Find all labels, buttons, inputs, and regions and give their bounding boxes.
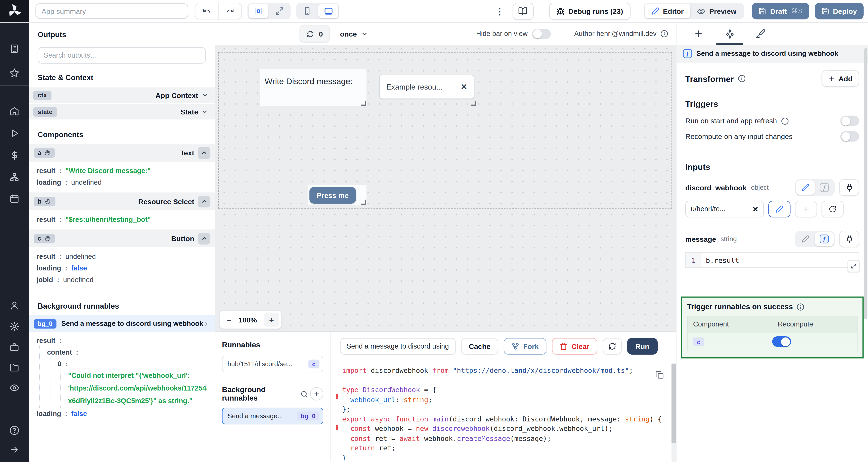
gear-icon[interactable] — [0, 322, 29, 331]
cache-button[interactable]: Cache — [461, 338, 498, 355]
connect-input-button[interactable] — [839, 231, 859, 248]
panel-scrollbar[interactable] — [864, 48, 868, 319]
state-row[interactable]: state State — [29, 104, 215, 120]
zoom-in-button[interactable]: + — [264, 312, 279, 327]
app-canvas[interactable]: Write Discord message: Example resou... … — [215, 45, 676, 331]
hierarchy-icon[interactable] — [0, 172, 29, 182]
reload-button[interactable] — [603, 338, 622, 355]
star-icon[interactable] — [0, 68, 29, 78]
refresh-count-button[interactable]: 0 — [300, 25, 330, 42]
docs-button[interactable] — [513, 2, 533, 20]
eye-icon[interactable] — [0, 383, 29, 393]
add-resource-button[interactable] — [795, 201, 817, 218]
debug-runs-button[interactable]: Debug runs (23) — [549, 2, 630, 20]
resize-handle[interactable] — [361, 200, 366, 205]
refresh-mode-dropdown[interactable]: once — [340, 30, 368, 38]
redo-button[interactable] — [218, 3, 242, 19]
tab-styling[interactable] — [745, 23, 776, 45]
dollar-icon[interactable] — [0, 151, 29, 160]
expand-icon — [851, 263, 857, 269]
paintbrush-icon — [756, 29, 766, 39]
deploy-button[interactable]: Deploy — [815, 3, 864, 20]
tab-editor[interactable]: Editor — [645, 4, 690, 18]
static-mode-button[interactable] — [796, 232, 815, 246]
run-button[interactable]: Run — [627, 338, 658, 355]
recompute-toggle-c[interactable] — [772, 336, 791, 347]
connect-input-button[interactable] — [839, 179, 859, 196]
fork-button[interactable]: Fork — [504, 338, 547, 355]
run-on-start-toggle[interactable] — [840, 116, 859, 126]
collapse-button[interactable] — [198, 196, 210, 207]
component-props: result:"$res:u/henri/testing_bot" — [29, 209, 215, 230]
component-output-b: bResource Selectresult:"$res:u/henri/tes… — [29, 193, 215, 230]
resize-handle[interactable] — [471, 101, 476, 106]
component-header-a[interactable]: aText — [29, 144, 215, 161]
component-header-c[interactable]: cButton — [29, 230, 215, 247]
clear-button[interactable]: Clear — [552, 338, 597, 355]
code-editor[interactable]: import discordwebhook from "https://deno… — [331, 363, 672, 462]
briefcase-icon[interactable] — [0, 342, 29, 352]
help-icon[interactable] — [0, 425, 29, 435]
expression-mode-button[interactable]: f — [815, 232, 834, 246]
expand-editor-button[interactable] — [847, 260, 860, 272]
play-icon[interactable] — [0, 128, 29, 138]
tab-insert-component[interactable] — [683, 23, 714, 45]
search-outputs-input[interactable] — [38, 47, 206, 64]
code-scrollbar[interactable] — [672, 363, 676, 462]
static-mode-button[interactable] — [796, 180, 815, 195]
state-context-title: State & Context — [29, 73, 215, 82]
trash-icon — [560, 342, 568, 350]
selected-runnable-header[interactable]: f Send a message to discord using webhoo… — [677, 45, 868, 62]
canvas-toolbar: 0 once Hide bar on view Author henri@win… — [215, 23, 676, 45]
resource-select-component[interactable]: Example resou... ✕ — [377, 69, 476, 106]
hide-bar-toggle[interactable] — [532, 29, 551, 39]
app-summary-input[interactable] — [35, 3, 188, 19]
collapse-button[interactable] — [198, 233, 210, 244]
fullscreen-button[interactable] — [270, 4, 289, 18]
building-icon[interactable] — [0, 44, 29, 54]
expression-mode-button[interactable]: f — [815, 180, 834, 195]
folder-icon[interactable] — [0, 362, 29, 372]
component-header-b[interactable]: bResource Select — [29, 193, 215, 210]
expression-value[interactable]: b.result — [702, 253, 859, 267]
resource-picker[interactable]: u/henri/te... ✕ — [685, 201, 764, 218]
collapse-button[interactable] — [198, 147, 210, 158]
search-icon[interactable] — [301, 390, 308, 398]
draft-button[interactable]: Draft⌘S — [752, 3, 809, 20]
expression-editor[interactable]: 1 b.result — [685, 252, 859, 268]
edit-resource-button[interactable] — [768, 201, 790, 218]
refresh-resource-button[interactable] — [822, 201, 844, 218]
recompute-toggle[interactable] — [840, 131, 859, 141]
user-icon[interactable] — [0, 300, 29, 310]
bg-runnable-header[interactable]: bg_0 Send a message to discord using web… — [29, 315, 215, 332]
center-align-button[interactable] — [249, 4, 269, 18]
ctx-row[interactable]: ctx App Context — [29, 87, 215, 103]
mobile-view-button[interactable] — [297, 4, 317, 18]
resize-handle[interactable] — [361, 101, 366, 106]
press-me-button[interactable]: Press me — [309, 187, 356, 204]
add-transformer-button[interactable]: Add — [822, 70, 859, 87]
text-component[interactable]: Write Discord message: — [259, 69, 367, 106]
button-component[interactable]: Press me — [308, 185, 367, 205]
home-icon[interactable] — [0, 106, 29, 116]
runnable-item[interactable]: hub/1511/discord/se... c — [222, 356, 323, 372]
clear-resource-button[interactable]: ✕ — [752, 205, 758, 213]
zoom-out-button[interactable]: − — [226, 315, 231, 325]
copy-code-button[interactable] — [655, 371, 664, 379]
device-group — [296, 3, 339, 20]
redo-icon — [226, 7, 234, 15]
undo-button[interactable] — [195, 3, 218, 19]
tab-component-settings[interactable] — [714, 23, 745, 45]
add-bg-runnable-button[interactable] — [310, 387, 323, 401]
more-menu-button[interactable]: ⋮ — [495, 6, 505, 16]
windmill-logo[interactable] — [0, 0, 29, 22]
arrow-right-icon[interactable] — [0, 445, 29, 455]
runnable-name-input[interactable] — [340, 338, 456, 355]
bg-runnable-item-selected[interactable]: Send a message... bg_0 — [222, 408, 323, 424]
pencil-icon — [776, 205, 783, 213]
calendar-icon[interactable] — [0, 194, 29, 204]
desktop-view-button[interactable] — [318, 4, 338, 18]
resource-select-input[interactable]: Example resou... ✕ — [379, 75, 474, 99]
tab-preview[interactable]: Preview — [690, 4, 743, 18]
clear-selection-button[interactable]: ✕ — [461, 82, 467, 91]
